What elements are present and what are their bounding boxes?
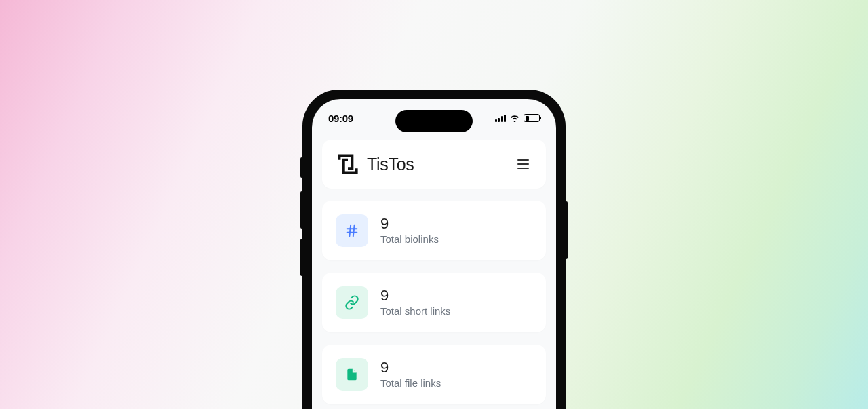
phone-side-button [566, 201, 568, 259]
stat-card-filelinks[interactable]: 9 Total file links [322, 345, 546, 404]
stat-card-shortlinks[interactable]: 9 Total short links [322, 273, 546, 332]
brand-logo-icon [336, 152, 360, 176]
stat-card-biolinks[interactable]: 9 Total biolinks [322, 201, 546, 260]
hash-icon [336, 214, 368, 247]
svg-line-3 [353, 225, 355, 237]
stat-label: Total short links [380, 305, 450, 317]
file-icon [336, 358, 368, 391]
dynamic-island [395, 110, 473, 132]
battery-icon [524, 114, 540, 122]
menu-button[interactable] [513, 155, 532, 174]
status-time: 09:09 [328, 113, 353, 124]
wifi-icon [509, 114, 520, 122]
stat-value: 9 [380, 359, 441, 376]
stat-value: 9 [380, 288, 450, 304]
phone-side-button [300, 239, 302, 276]
hamburger-icon [517, 159, 529, 161]
svg-line-2 [349, 225, 351, 237]
phone-side-button [300, 191, 302, 229]
signal-icon [495, 115, 507, 122]
stat-label: Total file links [380, 377, 441, 389]
phone-frame: 09:09 [302, 90, 566, 409]
app-content: TisTos 9 [312, 132, 556, 409]
link-icon [336, 286, 368, 319]
app-header: TisTos [322, 140, 546, 189]
status-icons [495, 114, 540, 122]
phone-side-button [300, 157, 302, 178]
phone-screen: 09:09 [312, 99, 556, 409]
brand: TisTos [336, 152, 414, 176]
stat-label: Total biolinks [380, 233, 439, 246]
brand-name: TisTos [367, 155, 414, 174]
stat-value: 9 [380, 216, 439, 232]
